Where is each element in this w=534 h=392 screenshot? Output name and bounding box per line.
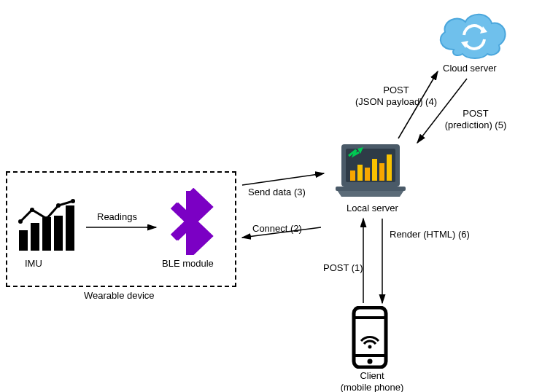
post-pred-label: POST (prediction) (5) — [439, 108, 512, 130]
svg-rect-2 — [42, 217, 51, 251]
svg-rect-3 — [54, 216, 63, 251]
client-label: Client (mobile phone) — [336, 370, 409, 392]
svg-point-7 — [44, 216, 49, 221]
svg-point-26 — [368, 359, 373, 364]
svg-rect-20 — [387, 154, 392, 181]
client-phone-icon — [351, 306, 389, 371]
post-pred-line2: (prediction) (5) — [445, 119, 507, 130]
svg-rect-0 — [19, 230, 28, 251]
cloud-server-label: Cloud server — [443, 63, 497, 74]
client-label-line2: (mobile phone) — [341, 382, 404, 392]
ble-label: BLE module — [162, 258, 214, 270]
svg-rect-15 — [350, 170, 355, 181]
svg-point-27 — [368, 345, 372, 349]
post-json-label: POST (JSON payload) (4) — [349, 85, 444, 107]
post1-label: POST (1) — [323, 262, 363, 274]
send-data-label: Send data (3) — [248, 187, 306, 198]
render-label: Render (HTML) (6) — [390, 229, 470, 240]
wearable-box-label: Wearable device — [84, 290, 155, 302]
svg-point-6 — [30, 208, 34, 212]
local-server-icon — [334, 143, 407, 202]
svg-rect-18 — [372, 159, 377, 181]
svg-rect-1 — [31, 223, 39, 251]
svg-point-8 — [56, 203, 61, 208]
svg-point-5 — [18, 219, 23, 224]
svg-point-9 — [71, 199, 75, 203]
local-server-label: Local server — [347, 203, 398, 214]
svg-rect-19 — [379, 163, 384, 181]
svg-rect-16 — [357, 165, 363, 181]
post-json-line2: (JSON payload) (4) — [355, 96, 437, 107]
post-pred-line1: POST — [463, 108, 488, 119]
svg-line-31 — [242, 173, 324, 185]
svg-rect-17 — [365, 168, 370, 181]
bluetooth-icon — [165, 188, 216, 257]
imu-label: IMU — [25, 258, 42, 270]
readings-label: Readings — [97, 211, 137, 223]
svg-rect-22 — [336, 187, 406, 191]
connect-label: Connect (2) — [252, 223, 302, 235]
client-label-line1: Client — [360, 370, 384, 381]
cloud-server-icon — [432, 9, 512, 63]
svg-rect-4 — [66, 205, 74, 251]
imu-icon — [16, 195, 79, 256]
post-json-line1: POST — [383, 85, 409, 95]
